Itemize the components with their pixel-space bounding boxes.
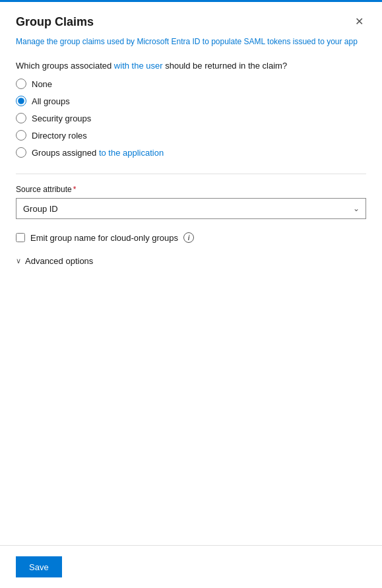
panel-footer: Save: [0, 545, 382, 588]
advanced-options-toggle[interactable]: ∨ Advanced options: [16, 256, 366, 266]
close-button[interactable]: ✕: [352, 15, 366, 28]
radio-item-none[interactable]: None: [16, 79, 366, 89]
radio-directory[interactable]: [16, 130, 26, 141]
info-icon: i: [183, 232, 194, 243]
radio-label-security: Security groups: [32, 114, 91, 123]
radio-item-directory[interactable]: Directory roles: [16, 130, 366, 141]
assigned-link: to the application: [99, 148, 164, 158]
emit-group-name-label: Emit group name for cloud-only groups: [30, 233, 178, 243]
section-divider: [16, 174, 366, 174]
advanced-options-label: Advanced options: [25, 256, 93, 266]
source-attribute-select[interactable]: Group ID sAMAccountName NetbiosDomain\sA…: [16, 198, 366, 219]
radio-item-assigned[interactable]: Groups assigned to the application: [16, 147, 366, 158]
source-attribute-wrapper: Group ID sAMAccountName NetbiosDomain\sA…: [16, 198, 366, 219]
question-label: Which groups associated with the user sh…: [16, 61, 366, 71]
question-link: with the user: [114, 61, 163, 71]
radio-label-directory: Directory roles: [32, 131, 87, 141]
radio-label-none: None: [32, 79, 52, 89]
source-attribute-label: Source attribute*: [16, 185, 366, 194]
panel-subtitle: Manage the group claims used by Microsof…: [16, 36, 366, 48]
emit-group-name-row: Emit group name for cloud-only groups i: [16, 232, 366, 243]
radio-label-all: All groups: [32, 96, 70, 106]
radio-all[interactable]: [16, 96, 26, 106]
panel-header: Group Claims ✕: [16, 15, 366, 29]
radio-assigned[interactable]: [16, 147, 26, 158]
radio-none[interactable]: [16, 79, 26, 89]
radio-item-all[interactable]: All groups: [16, 96, 366, 106]
radio-label-assigned: Groups assigned to the application: [32, 148, 164, 158]
required-marker: *: [73, 185, 77, 194]
radio-item-security[interactable]: Security groups: [16, 113, 366, 123]
chevron-down-icon: ∨: [16, 257, 21, 265]
save-button[interactable]: Save: [16, 556, 62, 577]
radio-group: None All groups Security groups Director…: [16, 79, 366, 158]
panel-body: Group Claims ✕ Manage the group claims u…: [0, 2, 382, 545]
panel-title: Group Claims: [16, 15, 94, 29]
radio-security[interactable]: [16, 113, 26, 123]
group-claims-panel: Group Claims ✕ Manage the group claims u…: [0, 0, 382, 588]
emit-group-name-checkbox[interactable]: [16, 233, 25, 242]
